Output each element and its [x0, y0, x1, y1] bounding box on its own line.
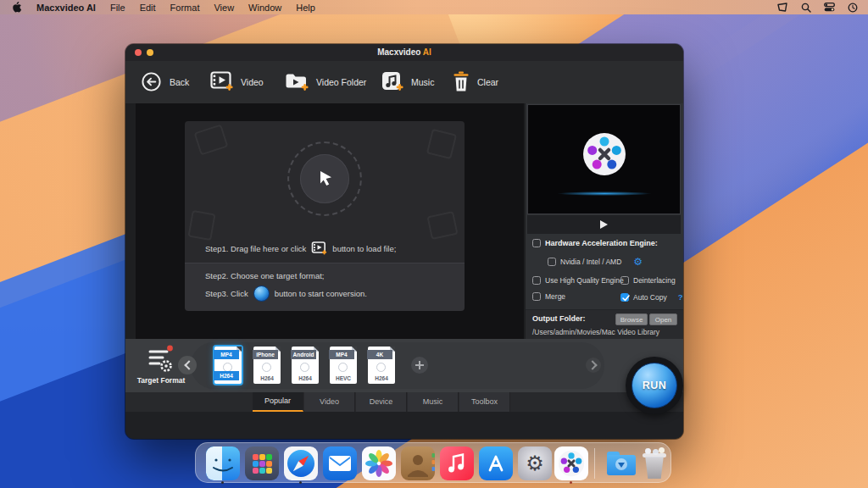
format-card-title: MP4 — [214, 350, 239, 359]
format-card-title: iPhone — [253, 350, 278, 359]
file-drop-zone[interactable]: Step1. Drag file here or click button to… — [185, 121, 465, 263]
menu-item-help[interactable]: Help — [296, 3, 315, 13]
format-card-title: Android — [291, 350, 316, 359]
hardware-acceleration-checkbox[interactable] — [532, 239, 541, 247]
launchpad-icon[interactable] — [245, 446, 279, 480]
tab-popular[interactable]: Popular — [253, 392, 303, 412]
ghost-media-icon — [426, 211, 458, 240]
format-bar: Target Format MP4 H264 iPhone H264 Andro… — [125, 339, 683, 392]
menu-app-name[interactable]: Macxvideo AI — [36, 3, 96, 13]
contacts-icon[interactable] — [401, 446, 435, 480]
drop-target-circle[interactable] — [287, 141, 362, 216]
target-format-icon[interactable] — [146, 344, 175, 378]
cursor-arrow-icon — [314, 169, 335, 189]
right-panel: Hardware Acceleration Engine: Nvidia / I… — [526, 103, 683, 339]
format-card-title: 4K — [367, 350, 392, 359]
macxvideo-dock-icon[interactable] — [554, 446, 588, 480]
steps-panel: Step1. Drag file here or click button to… — [185, 121, 465, 311]
film-reel-icon — [300, 363, 309, 372]
control-center-icon[interactable] — [824, 3, 835, 12]
dock-separator — [594, 448, 595, 479]
window-footer — [125, 412, 683, 439]
format-card-android-h264[interactable]: Android H264 — [292, 347, 319, 384]
tab-music[interactable]: Music — [408, 392, 459, 412]
window-title: Macxvideo AI — [125, 44, 683, 61]
menu-item-view[interactable]: View — [214, 3, 234, 13]
hardware-acceleration-row: Hardware Acceleration Engine: — [532, 239, 658, 247]
download-arrow-icon — [615, 458, 627, 470]
auto-copy-help-icon[interactable]: ? — [678, 292, 683, 302]
deinterlacing-checkbox[interactable] — [620, 276, 629, 285]
clock-icon[interactable] — [848, 3, 858, 13]
load-music-label: Music — [411, 77, 434, 87]
safari-icon[interactable] — [284, 446, 318, 480]
chevron-left-icon — [184, 360, 193, 369]
menu-item-format[interactable]: Format — [170, 3, 200, 13]
format-card-codec: H264 — [253, 375, 281, 381]
finder-icon[interactable] — [206, 446, 240, 480]
add-format-button[interactable] — [411, 357, 428, 374]
scroll-right-button[interactable] — [586, 358, 601, 373]
format-card-codec: HEVC — [330, 375, 357, 381]
gpu-settings-gear-icon[interactable]: ⚙ — [633, 258, 643, 266]
tab-device[interactable]: Device — [356, 392, 407, 412]
window-title-accent: AI — [423, 47, 431, 57]
downloads-folder-icon[interactable] — [604, 446, 638, 480]
drop-target-core[interactable] — [300, 154, 349, 203]
format-card-title: MP4 — [329, 350, 354, 359]
open-button[interactable]: Open — [649, 313, 677, 325]
menu-item-window[interactable]: Window — [248, 3, 281, 13]
desktop: Macxvideo AI File Edit Format View Windo… — [0, 0, 868, 488]
search-icon[interactable] — [801, 3, 811, 13]
mail-icon[interactable] — [323, 446, 357, 480]
gpu-checkbox[interactable] — [548, 258, 556, 266]
inline-run-icon — [253, 286, 270, 302]
music-icon[interactable] — [440, 446, 474, 480]
merge-checkbox[interactable] — [532, 292, 541, 301]
output-folder-label: Output Folder: — [532, 314, 586, 323]
menu-item-edit[interactable]: Edit — [140, 3, 156, 13]
browse-button[interactable]: Browse — [615, 313, 648, 325]
clear-button[interactable]: Clear — [453, 61, 498, 103]
add-music-icon — [381, 71, 403, 93]
display-icon[interactable] — [776, 3, 788, 13]
dock: ⚙ — [195, 442, 671, 483]
format-card-4k-h264[interactable]: 4K H264 — [368, 347, 395, 384]
load-video-label: Video — [241, 77, 264, 87]
step2-text: Step2. Choose one target format; — [205, 271, 324, 280]
auto-copy-checkbox[interactable] — [620, 293, 629, 302]
back-button[interactable]: Back — [141, 61, 189, 103]
apple-menu-icon[interactable] — [13, 2, 22, 13]
format-card-codec: H264 — [368, 375, 395, 381]
load-music-button[interactable]: Music — [381, 61, 434, 103]
format-card-codec: H264 — [214, 371, 239, 380]
menu-item-file[interactable]: File — [110, 3, 125, 13]
ghost-photo-icon — [426, 129, 457, 159]
video-preview — [527, 104, 681, 214]
ghost-film-icon — [194, 124, 229, 155]
step1-instruction: Step1. Drag file here or click button to… — [205, 241, 396, 255]
add-video-folder-icon — [285, 71, 309, 93]
window-title-main: Macxvideo — [377, 47, 420, 57]
ghost-music-icon — [187, 210, 215, 241]
run-button[interactable]: RUN — [626, 357, 683, 414]
format-card-iphone-h264[interactable]: iPhone H264 — [253, 347, 281, 384]
tab-video[interactable]: Video — [304, 392, 355, 412]
load-video-button[interactable]: Video — [210, 61, 264, 103]
play-button[interactable] — [527, 215, 681, 234]
output-folder-section: Output Folder: Browse Open /Users/admin/… — [526, 309, 683, 340]
merge-label: Merge — [545, 292, 565, 301]
high-quality-checkbox[interactable] — [532, 276, 541, 285]
load-video-folder-button[interactable]: Video Folder — [285, 61, 366, 103]
format-card-mp4-hevc[interactable]: MP4 HEVC — [330, 347, 357, 384]
scroll-left-button[interactable] — [178, 356, 197, 374]
macxvideo-logo — [581, 130, 628, 178]
format-card-mp4-h264[interactable]: MP4 H264 — [214, 347, 242, 384]
trash-icon[interactable] — [637, 446, 671, 480]
deinterlacing-label: Deinterlacing — [633, 276, 676, 285]
tab-toolbox[interactable]: Toolbox — [459, 392, 510, 412]
photos-icon[interactable] — [362, 446, 396, 480]
system-settings-icon[interactable]: ⚙ — [518, 446, 552, 480]
hardware-acceleration-label: Hardware Acceleration Engine: — [545, 239, 658, 247]
app-store-icon[interactable] — [479, 446, 513, 480]
